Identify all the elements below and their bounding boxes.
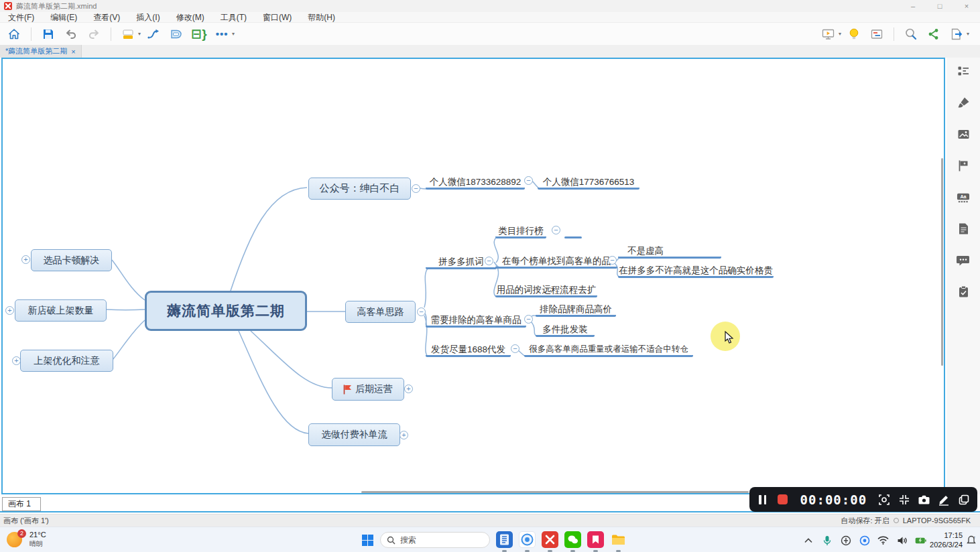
summary-button[interactable]: ⊟} bbox=[190, 25, 208, 43]
taskbar-app-pink[interactable] bbox=[587, 531, 604, 548]
expand-toggle[interactable]: + bbox=[404, 385, 413, 393]
app-tray-icon[interactable] bbox=[859, 535, 870, 546]
export-button[interactable] bbox=[948, 25, 965, 43]
menu-view[interactable]: 查看(V) bbox=[85, 12, 128, 23]
image-panel-button[interactable] bbox=[957, 127, 970, 141]
topic-ship[interactable]: 发货尽量1688代发 bbox=[426, 343, 511, 357]
menu-edit[interactable]: 编辑(E) bbox=[42, 12, 85, 23]
collapse-toggle[interactable]: − bbox=[485, 257, 493, 265]
horizontal-scrollbar[interactable] bbox=[361, 491, 749, 493]
wifi-icon[interactable] bbox=[877, 535, 889, 546]
minimize-recorder-button[interactable] bbox=[898, 493, 911, 506]
topic-exclude[interactable]: 需要排除的高客单商品 bbox=[426, 314, 526, 328]
zoom-button[interactable] bbox=[902, 25, 920, 43]
expand-toggle[interactable]: + bbox=[21, 255, 30, 264]
topic-gongzhonghao[interactable]: 公众号：绅白不白 bbox=[308, 178, 411, 200]
taskbar-app-notepad[interactable] bbox=[496, 531, 513, 548]
more-dropdown-arrow[interactable]: ▾ bbox=[232, 31, 235, 37]
collapse-toggle[interactable]: − bbox=[412, 184, 420, 193]
export-dropdown-arrow[interactable]: ▾ bbox=[967, 31, 969, 37]
topic-expensive[interactable]: 在拼多多不许高就是这个品确实价格贵 bbox=[618, 264, 774, 278]
task-panel-button[interactable] bbox=[957, 285, 970, 298]
minimize-button[interactable]: – bbox=[900, 0, 926, 12]
restore-button[interactable]: □ bbox=[926, 0, 953, 12]
topic-bangdan[interactable]: 在每个榜单找到高客单的品 bbox=[495, 255, 617, 269]
tray-chevron-up-icon[interactable] bbox=[802, 535, 814, 546]
menu-help[interactable]: 帮助(H) bbox=[300, 12, 343, 23]
close-button[interactable]: × bbox=[953, 0, 980, 12]
topic-ship-reason[interactable]: 很多高客单商品重量或者运输不适合中转仓 bbox=[524, 343, 693, 357]
boundary-button[interactable] bbox=[168, 25, 185, 43]
collapse-toggle[interactable]: − bbox=[552, 226, 560, 234]
idea-button[interactable] bbox=[845, 25, 863, 43]
sheet-tab-canvas1[interactable]: 画布 1 bbox=[2, 497, 41, 511]
collapse-toggle[interactable]: − bbox=[608, 256, 617, 265]
screenshot-button[interactable] bbox=[918, 493, 931, 506]
taskbar-clock[interactable]: 17:15 2026/3/24 bbox=[930, 531, 963, 549]
note-panel-button[interactable] bbox=[868, 25, 885, 43]
format-panel-button[interactable] bbox=[957, 96, 970, 109]
sheet-button[interactable] bbox=[119, 25, 137, 43]
document-tab[interactable]: *薅流简单版第二期 × bbox=[0, 45, 82, 58]
draw-button[interactable] bbox=[937, 493, 951, 506]
expand-toggle[interactable]: + bbox=[400, 431, 408, 439]
menu-modify[interactable]: 修改(M) bbox=[168, 12, 212, 23]
start-button[interactable] bbox=[360, 533, 375, 547]
presentation-dropdown-arrow[interactable]: ▾ bbox=[839, 31, 841, 37]
redo-button[interactable] bbox=[85, 25, 103, 43]
menu-file[interactable]: 文件(F) bbox=[0, 12, 42, 23]
taskbar-search[interactable]: 搜索 bbox=[380, 532, 490, 548]
microphone-icon[interactable] bbox=[821, 535, 833, 546]
topic-gaokedan[interactable]: 高客单思路 bbox=[345, 301, 416, 323]
sheet-dropdown-arrow[interactable]: ▾ bbox=[138, 31, 141, 37]
topic-wechat2[interactable]: 个人微信17736766513 bbox=[538, 176, 639, 190]
outline-panel-button[interactable] bbox=[957, 64, 970, 78]
topic-shangjia[interactable]: 上架优化和注意 bbox=[20, 350, 113, 372]
comments-panel-button[interactable] bbox=[957, 253, 970, 267]
collapse-toggle[interactable]: − bbox=[511, 344, 519, 353]
taskbar-app-wechat[interactable] bbox=[564, 531, 581, 548]
taskbar-app-browser[interactable] bbox=[519, 531, 536, 548]
share-button[interactable] bbox=[925, 25, 942, 43]
topic-xuanpin[interactable]: 选品卡顿解决 bbox=[31, 249, 112, 271]
collapse-toggle[interactable]: − bbox=[524, 176, 533, 185]
weather-widget[interactable]: 2 21°C 晴朗 bbox=[7, 530, 46, 548]
topic-brand[interactable]: 排除品牌商品高价 bbox=[536, 303, 616, 317]
volume-icon[interactable] bbox=[896, 535, 908, 546]
menu-window[interactable]: 窗口(W) bbox=[255, 12, 300, 23]
taskbar-app-explorer[interactable] bbox=[610, 531, 627, 548]
menu-tools[interactable]: 工具(T) bbox=[212, 12, 255, 23]
windows-switch-button[interactable] bbox=[957, 493, 971, 506]
collapse-toggle[interactable]: − bbox=[524, 315, 533, 324]
topic-houqi[interactable]: 后期运营 bbox=[332, 378, 404, 401]
more-tools-button[interactable]: ••• bbox=[213, 25, 231, 43]
battery-icon[interactable] bbox=[915, 535, 926, 546]
topic-xindian[interactable]: 新店破上架数量 bbox=[15, 299, 107, 322]
expand-toggle[interactable]: + bbox=[5, 306, 14, 315]
stop-recording-button[interactable] bbox=[776, 493, 790, 506]
undo-button[interactable] bbox=[62, 25, 80, 43]
central-topic[interactable]: 薅流简单版第二期 bbox=[145, 291, 307, 331]
presentation-button[interactable] bbox=[820, 25, 837, 43]
label-panel-button[interactable]: Aa bbox=[957, 190, 970, 204]
taskbar-app-xmind[interactable] bbox=[542, 531, 558, 548]
topic-notfake[interactable]: 不是虚高 bbox=[618, 245, 721, 259]
notes-panel-button[interactable] bbox=[957, 222, 970, 235]
topic-fufei[interactable]: 选做付费补单流 bbox=[308, 423, 400, 446]
topic-extend[interactable]: 用品的词按远程流程去扩 bbox=[495, 283, 597, 297]
vertical-scrollbar[interactable] bbox=[941, 158, 943, 366]
menu-insert[interactable]: 插入(I) bbox=[128, 12, 168, 23]
pause-recording-button[interactable] bbox=[756, 493, 770, 506]
topic-wechat1[interactable]: 个人微信18733628892 bbox=[426, 176, 525, 190]
marker-panel-button[interactable] bbox=[957, 159, 970, 172]
notification-icon[interactable]: z bbox=[966, 535, 977, 548]
input-method-icon[interactable] bbox=[840, 535, 851, 546]
topic-leimu[interactable]: 类目排行榜 bbox=[495, 224, 546, 238]
relationship-button[interactable] bbox=[145, 25, 162, 43]
save-button[interactable] bbox=[40, 25, 57, 43]
tab-close-icon[interactable]: × bbox=[71, 48, 75, 56]
topic-bulk[interactable]: 多件批发装 bbox=[536, 323, 595, 337]
mindmap-canvas[interactable]: 薅流简单版第二期 公众号：绅白不白 − 个人微信18733628892 − 个人… bbox=[1, 58, 945, 494]
home-button[interactable] bbox=[5, 25, 23, 43]
region-select-button[interactable] bbox=[877, 493, 891, 506]
